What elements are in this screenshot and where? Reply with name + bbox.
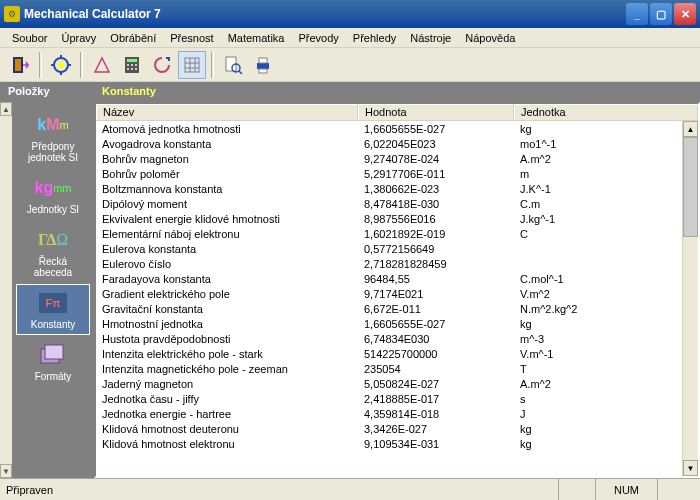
formats-icon [35,341,71,369]
cell-value: 1,6605655E-027 [358,123,514,135]
door-icon[interactable] [6,51,34,79]
column-name[interactable]: Název [96,104,358,120]
svg-rect-24 [257,63,269,69]
table-row[interactable]: Eulerova konstanta0,5772156649 [96,241,698,256]
constants-icon: Fπ [35,289,71,317]
table-row[interactable]: Faradayova konstanta96484,55C.mol^-1 [96,271,698,286]
sidebar-item-label: Jednotky SI [27,204,79,215]
cell-unit: mo1^-1 [514,138,698,150]
svg-rect-12 [135,64,137,66]
cell-value: 96484,55 [358,273,514,285]
grid-icon[interactable] [178,51,206,79]
table-row[interactable]: Atomová jednotka hmotnosti1,6605655E-027… [96,121,698,136]
sidebar-item-label: Konstanty [31,319,75,330]
cell-value: 2,418885E-017 [358,393,514,405]
scroll-down-button[interactable]: ▼ [683,460,698,476]
menu-math[interactable]: Matematika [222,30,291,46]
menu-convert[interactable]: Převody [292,30,344,46]
title-bar: ⚙ Mechanical Calculator 7 _ ▢ ✕ [0,0,700,28]
cell-name: Intenzita elektrického pole - stark [96,348,358,360]
menu-help[interactable]: Nápověda [459,30,521,46]
table-row[interactable]: Bohrův poloměr5,2917706E-011m [96,166,698,181]
sidebar-scroll-up[interactable]: ▲ [0,102,12,116]
status-bar: Připraven NUM [0,478,700,500]
sidebar-item-prefixes[interactable]: kMm Předpony jednotek SI [16,106,90,168]
table-row[interactable]: Jednotka energie - hartree4,359814E-018J [96,406,698,421]
cell-value: 5,050824E-027 [358,378,514,390]
sidebar-item-formats[interactable]: Formáty [16,336,90,387]
vertical-scrollbar[interactable]: ▲ ▼ [682,121,698,476]
cell-value: 6,672E-011 [358,303,514,315]
sidebar-item-units[interactable]: kgmm Jednotky SI [16,169,90,220]
table-row[interactable]: Boltzmannova konstanta1,380662E-023J.K^-… [96,181,698,196]
minimize-button[interactable]: _ [626,3,648,25]
cell-unit: s [514,393,698,405]
cell-value: 9,274078E-024 [358,153,514,165]
print-icon[interactable] [249,51,277,79]
table-row[interactable]: Intenzita elektrického pole - stark51422… [96,346,698,361]
cell-unit: m [514,168,698,180]
cell-name: Bohrův magneton [96,153,358,165]
cell-unit: J.K^-1 [514,183,698,195]
cell-unit: V.m^2 [514,288,698,300]
table-row[interactable]: Klidová hmotnost elektronu9,109534E-031k… [96,436,698,451]
table-row[interactable]: Avogadrova konstanta6,022045E023mo1^-1 [96,136,698,151]
refresh-icon[interactable] [148,51,176,79]
table-row[interactable]: Dipólový moment8,478418E-030C.m [96,196,698,211]
scroll-thumb[interactable] [683,137,698,237]
triangle-icon[interactable] [88,51,116,79]
main-title: Konstanty [94,82,700,102]
table-row[interactable]: Hmotnostní jednotka1,6605655E-027kg [96,316,698,331]
svg-rect-15 [135,68,137,70]
units-icon: kgmm [35,174,71,202]
menu-tools[interactable]: Nástroje [404,30,457,46]
menu-machining[interactable]: Obrábění [104,30,162,46]
column-unit[interactable]: Jednotka [514,104,698,120]
table-row[interactable]: Ekvivalent energie klidové hmotnosti8,98… [96,211,698,226]
cell-value: 235054 [358,363,514,375]
cell-value: 8,987556E016 [358,213,514,225]
cell-name: Jaderný magneton [96,378,358,390]
cell-name: Bohrův poloměr [96,168,358,180]
menu-file[interactable]: Soubor [6,30,53,46]
menu-precision[interactable]: Přesnost [164,30,219,46]
cell-unit: A.m^2 [514,378,698,390]
greek-icon: ΓΔΩ [35,226,71,254]
svg-rect-11 [131,64,133,66]
sidebar-scroll-down[interactable]: ▼ [0,464,12,478]
table-row[interactable]: Gravitační konstanta6,672E-011N.m^2.kg^2 [96,301,698,316]
cell-value: 2,718281828459 [358,258,514,270]
table-row[interactable]: Jaderný magneton5,050824E-027A.m^2 [96,376,698,391]
cell-value: 9,109534E-031 [358,438,514,450]
cell-name: Jednotka energie - hartree [96,408,358,420]
column-value[interactable]: Hodnota [358,104,514,120]
svg-rect-13 [127,68,129,70]
cell-value: 5,2917706E-011 [358,168,514,180]
svg-rect-9 [127,59,137,62]
table-row[interactable]: Klidová hmotnost deuteronu3,3426E-027kg [96,421,698,436]
gear-icon[interactable] [47,51,75,79]
cell-name: Klidová hmotnost deuteronu [96,423,358,435]
sidebar-item-greek[interactable]: ΓΔΩ Řecká abeceda [16,221,90,283]
cell-name: Faradayova konstanta [96,273,358,285]
close-button[interactable]: ✕ [674,3,696,25]
sidebar-item-constants[interactable]: Fπ Konstanty [16,284,90,335]
scroll-up-button[interactable]: ▲ [683,121,698,137]
table-row[interactable]: Bohrův magneton9,274078E-024A.m^2 [96,151,698,166]
table-row[interactable]: Hustota pravděpodobnosti6,74834E030m^-3 [96,331,698,346]
table-row[interactable]: Jednotka času - jiffy2,418885E-017s [96,391,698,406]
menu-edit[interactable]: Úpravy [55,30,102,46]
table-row[interactable]: Intenzita magnetického pole - zeeman2350… [96,361,698,376]
menu-overview[interactable]: Přehledy [347,30,402,46]
table-row[interactable]: Gradient elektrického pole9,7174E021V.m^… [96,286,698,301]
table-row[interactable]: Eulerovo číslo2,718281828459 [96,256,698,271]
cell-name: Eulerova konstanta [96,243,358,255]
maximize-button[interactable]: ▢ [650,3,672,25]
calculator-icon[interactable] [118,51,146,79]
svg-point-3 [58,62,64,68]
cell-name: Jednotka času - jiffy [96,393,358,405]
svg-line-23 [239,71,242,74]
cell-value: 6,74834E030 [358,333,514,345]
table-row[interactable]: Elementární náboj elektronu1,6021892E-01… [96,226,698,241]
preview-icon[interactable] [219,51,247,79]
